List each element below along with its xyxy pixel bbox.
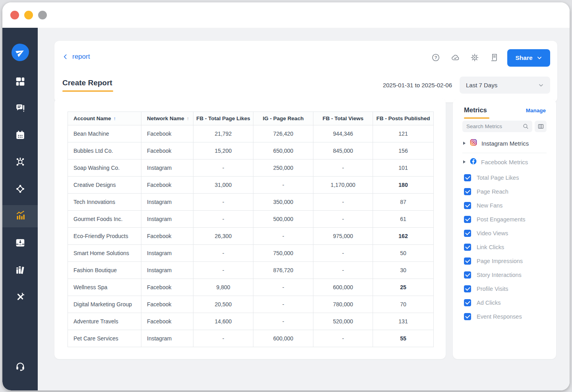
table-cell-reach: 876,720 (253, 262, 313, 279)
metric-checkbox-item[interactable]: Event Responses (453, 309, 556, 323)
table-cell-account: Eco-Friendly Products (68, 228, 141, 245)
metric-checkbox-item[interactable]: Page Impressions (453, 254, 556, 268)
close-window-button[interactable] (10, 11, 19, 19)
chat-compose-icon (15, 103, 25, 115)
checkbox-icon[interactable] (464, 188, 471, 195)
column-header[interactable]: Account Name↑ (68, 112, 141, 125)
expand-triangle-icon[interactable] (463, 142, 466, 145)
search-metrics-input[interactable] (462, 121, 532, 132)
table-cell-network: Instagram (141, 194, 193, 211)
sidebar-item-tools[interactable] (2, 286, 38, 309)
share-button[interactable]: Share (507, 49, 550, 67)
checkbox-icon[interactable] (464, 271, 471, 279)
gear-icon[interactable] (470, 53, 479, 62)
sidebar-logo[interactable] (2, 41, 38, 63)
checkbox-icon[interactable] (464, 244, 471, 251)
table-cell-views: 520,000 (313, 313, 373, 330)
sort-arrow-icon[interactable]: ↑ (114, 116, 116, 121)
checkbox-icon[interactable] (464, 216, 471, 223)
columns-icon (537, 123, 544, 130)
table-row: Adventure TravelsFacebook14,600-520,0001… (68, 313, 434, 330)
manage-metrics-link[interactable]: Manage (526, 108, 546, 113)
table-row: Smart Home SolutionsInstagram-750,000-50 (68, 245, 434, 262)
bar-chart-icon (15, 210, 25, 222)
back-to-reports-link[interactable]: report (62, 53, 90, 61)
table-row: Creative DesignsFacebook31,000-1,170,000… (68, 177, 434, 194)
metric-checkbox-item[interactable]: Story Interactions (453, 268, 556, 282)
table-cell-reach: - (253, 279, 313, 296)
date-range-text: 2025-01-31 to 2025-02-06 (383, 82, 452, 88)
minimize-window-button[interactable] (24, 11, 33, 19)
table-body: Bean MachineFacebook21,792726,420944,346… (68, 125, 434, 347)
sidebar-item-calendar[interactable] (2, 125, 38, 147)
column-header[interactable]: IG - Page Reach (253, 112, 313, 125)
sort-arrow-icon[interactable]: ↑ (187, 116, 189, 121)
column-layout-button[interactable] (535, 121, 547, 132)
title-underline (62, 90, 113, 92)
table-row: Soap Washing Co.Instagram-250,000-101 (68, 159, 434, 177)
table-row: Bean MachineFacebook21,792726,420944,346… (68, 125, 434, 142)
sidebar-item-inbox[interactable] (2, 233, 38, 255)
report-table-card: Account Name↑Network Name↑FB - Total Pag… (54, 98, 446, 359)
table-cell-views: - (313, 211, 373, 228)
checkbox-icon[interactable] (464, 257, 471, 265)
table-cell-likes: - (193, 159, 253, 177)
table-cell-reach: 750,000 (253, 245, 313, 262)
table-cell-network: Instagram (141, 330, 193, 347)
table-cell-likes: 21,792 (193, 125, 253, 142)
help-circle-icon[interactable]: ? (431, 53, 440, 62)
metric-checkbox-item[interactable]: Video Views (453, 226, 556, 240)
period-dropdown-value: Last 7 Days (466, 82, 497, 88)
checkbox-icon[interactable] (464, 174, 471, 181)
metric-checkbox-item[interactable]: Profile Visits (453, 282, 556, 296)
sidebar-item-posts[interactable] (2, 98, 38, 120)
table-cell-likes: - (193, 262, 253, 279)
table-cell-posts: 87 (373, 194, 434, 211)
sidebar-item-connect[interactable] (2, 151, 38, 173)
metric-checkbox-label: Event Responses (477, 313, 522, 320)
dashboard-grid-icon (15, 76, 25, 88)
metric-checkbox-item[interactable]: New Fans (453, 198, 556, 212)
sidebar-item-library[interactable] (2, 259, 38, 282)
column-header[interactable]: FB - Total Page Likes (193, 112, 253, 125)
metrics-search-row (462, 121, 547, 132)
facebook-metrics-group[interactable]: Facebook Metrics (463, 156, 548, 168)
column-header[interactable]: FB - Total Views (313, 112, 373, 125)
table-cell-account: Fashion Boutique (68, 262, 141, 279)
sidebar-item-support[interactable] (2, 356, 38, 378)
table-row: Bubbles Ltd Co.Facebook15,200650,000845,… (68, 142, 434, 159)
period-dropdown[interactable]: Last 7 Days (460, 77, 550, 94)
zoom-window-button[interactable] (38, 11, 47, 19)
back-link-label: report (72, 53, 90, 61)
table-cell-posts: 70 (373, 296, 434, 313)
table-cell-posts: 101 (373, 159, 434, 177)
table-cell-network: Instagram (141, 262, 193, 279)
table-row: Tech InnovationsInstagram-350,000-87 (68, 194, 434, 211)
table-cell-account: Smart Home Solutions (68, 245, 141, 262)
cloud-check-icon[interactable] (451, 53, 460, 62)
instagram-metrics-group[interactable]: Instagram Metrics (463, 137, 548, 149)
metric-checkbox-item[interactable]: Page Reach (453, 184, 556, 198)
metric-checkbox-item[interactable]: Total Page Likes (453, 171, 556, 184)
metric-checkbox-label: Post Engagements (477, 216, 526, 223)
table-cell-network: Facebook (141, 142, 193, 159)
column-header[interactable]: FB - Posts Published (373, 112, 434, 125)
report-doc-icon[interactable] (490, 53, 499, 62)
column-header[interactable]: Network Name↑ (141, 112, 193, 125)
metric-checkbox-item[interactable]: Post Engagements (453, 212, 556, 226)
table-row: Pet Care ServicesInstagram-600,000-55 (68, 330, 434, 347)
sidebar-item-dashboard[interactable] (2, 71, 38, 93)
checkbox-icon[interactable] (464, 313, 471, 320)
sidebar-item-workflow[interactable] (2, 178, 38, 200)
checkbox-icon[interactable] (464, 285, 471, 292)
expand-triangle-icon[interactable] (463, 160, 466, 163)
metric-checkbox-item[interactable]: Link Clicks (453, 240, 556, 254)
table-cell-reach: 250,000 (253, 159, 313, 177)
sidebar-item-analytics[interactable] (2, 205, 38, 227)
checkbox-icon[interactable] (464, 299, 471, 306)
metric-checkbox-item[interactable]: Ad Clicks (453, 296, 556, 309)
table-cell-posts: 180 (373, 177, 434, 194)
table-cell-likes: 15,200 (193, 142, 253, 159)
checkbox-icon[interactable] (464, 202, 471, 209)
checkbox-icon[interactable] (464, 230, 471, 237)
